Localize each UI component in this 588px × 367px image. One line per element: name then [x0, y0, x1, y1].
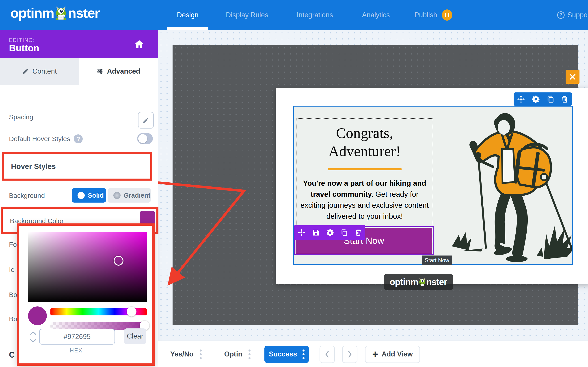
tab-design[interactable]: Design [167, 0, 208, 30]
view-success-button[interactable]: Success [265, 346, 309, 363]
color-picker-panel: HEX Clear [17, 224, 155, 366]
button-tooltip-label: Start Now [425, 257, 449, 264]
format-stepper[interactable] [30, 331, 37, 343]
move-icon[interactable] [298, 229, 306, 237]
support-link[interactable]: Support [557, 0, 588, 30]
view-yesno[interactable]: Yes/No [170, 350, 193, 358]
tab-publish[interactable]: Publish [413, 0, 438, 30]
clear-color-button[interactable]: Clear [124, 328, 146, 344]
publish-paused-badge[interactable] [442, 9, 452, 21]
home-icon[interactable] [133, 39, 145, 50]
gear-icon[interactable] [326, 229, 334, 237]
tab-analytics[interactable]: Analytics [359, 0, 393, 30]
top-nav: optinm nster Design Display Rules Integr… [0, 0, 588, 30]
duplicate-icon[interactable] [340, 229, 348, 236]
help-tooltip-icon[interactable]: ? [74, 134, 83, 143]
views-bar: Yes/No Optin Success + Add View [158, 341, 588, 367]
view-success-menu-icon [303, 350, 305, 359]
sidebar-header: EDITING: Button [0, 30, 158, 58]
popup-text-column[interactable]: Congrats, Adventurer! You're now a part … [296, 118, 433, 243]
popup-divider [328, 168, 402, 170]
radio-selected-icon [78, 192, 85, 199]
view-optin-menu-icon[interactable] [249, 350, 250, 359]
next-view-button[interactable] [342, 346, 357, 363]
gradient-label: Gradient [124, 192, 150, 199]
badge-text-right: nster [426, 277, 447, 287]
popup-heading[interactable]: Congrats, Adventurer! [299, 124, 430, 160]
tab-display-rules[interactable]: Display Rules [223, 0, 271, 30]
button-tooltip: Start Now [422, 256, 452, 265]
popup-toolbar [514, 92, 572, 106]
builder-canvas-area: Congrats, Adventurer! You're now a part … [158, 30, 588, 367]
tab-advanced[interactable]: Advanced [79, 58, 158, 85]
popup-card[interactable]: Congrats, Adventurer! You're now a part … [276, 88, 588, 284]
trash-icon[interactable] [354, 229, 362, 236]
move-icon[interactable] [517, 95, 525, 103]
editing-label: EDITING: [9, 37, 35, 43]
pencil-icon [22, 68, 29, 75]
close-icon[interactable] [566, 70, 580, 84]
support-label: Support [567, 11, 588, 19]
active-tab-underline [167, 27, 208, 30]
hover-styles-heading: Hover Styles [11, 162, 56, 171]
element-toolbar [294, 225, 365, 240]
saturation-cursor[interactable] [114, 256, 123, 266]
tab-integrations[interactable]: Integrations [292, 0, 337, 30]
current-color-swatch [28, 306, 47, 325]
view-success-label: Success [269, 350, 297, 358]
hue-slider-handle[interactable] [127, 307, 137, 317]
logo-text-right: nster [68, 5, 100, 21]
monster-icon [418, 278, 426, 286]
icon-color-label-fragment: Ic [9, 266, 14, 274]
monster-icon [55, 6, 67, 20]
solid-label: Solid [88, 192, 104, 199]
default-hover-styles-toggle[interactable] [137, 133, 153, 144]
hover-styles-highlight: Hover Styles [2, 152, 152, 181]
popup-body-text[interactable]: You're now a part of our hiking and trav… [298, 178, 431, 222]
add-view-button[interactable]: + Add View [365, 346, 420, 363]
help-icon [557, 11, 565, 19]
gear-icon[interactable] [532, 95, 540, 103]
popup-selected-region[interactable]: Congrats, Adventurer! You're now a part … [293, 106, 573, 265]
default-hover-styles-label: Default Hover Styles [9, 135, 70, 143]
logo-text-left: optinm [10, 5, 54, 21]
saturation-area[interactable] [28, 232, 147, 302]
hex-label: HEX [39, 347, 113, 354]
add-view-label: Add View [382, 350, 413, 358]
optinmonster-builder: optinm nster Design Display Rules Integr… [0, 0, 588, 367]
pencil-icon [143, 117, 149, 124]
app-logo[interactable]: optinm nster [10, 5, 99, 21]
spacing-edit-button[interactable] [138, 112, 154, 129]
border-label-fragment-1: Bo [9, 291, 17, 299]
view-optin[interactable]: Optin [224, 350, 242, 358]
prev-view-button[interactable] [320, 346, 335, 363]
spacing-label: Spacing [9, 113, 33, 121]
background-gradient-option[interactable]: Gradient [108, 188, 151, 203]
sidebar-tabs: Content Advanced [0, 58, 158, 85]
border-label-fragment-2: Bo [9, 315, 17, 323]
background-label: Background [9, 192, 45, 200]
badge-text-left: optinm [390, 277, 418, 287]
hiker-illustration [451, 109, 572, 264]
tab-advanced-label: Advanced [107, 67, 140, 75]
trash-icon[interactable] [561, 95, 569, 103]
save-icon[interactable] [312, 229, 320, 236]
tab-content-label: Content [32, 67, 57, 75]
radio-unselected-icon [113, 192, 121, 199]
editing-target: Button [9, 43, 39, 54]
sliders-icon [97, 68, 103, 75]
background-solid-option[interactable]: Solid [72, 188, 106, 203]
hue-slider[interactable] [50, 308, 147, 315]
powered-by-badge[interactable]: optinm nster [384, 274, 453, 290]
section-label-fragment: C [9, 350, 15, 360]
hex-color-input[interactable] [39, 329, 115, 345]
tab-content[interactable]: Content [0, 58, 79, 85]
preview-backdrop: Congrats, Adventurer! You're now a part … [173, 45, 578, 325]
view-yesno-menu-icon[interactable] [200, 350, 202, 359]
duplicate-icon[interactable] [546, 95, 554, 103]
views-divider [314, 341, 314, 367]
